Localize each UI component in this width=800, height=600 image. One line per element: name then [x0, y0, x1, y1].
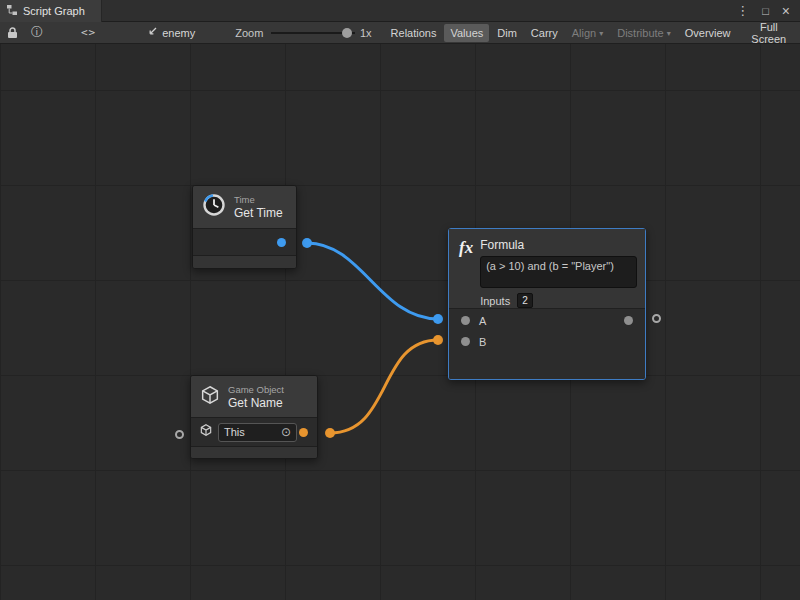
info-icon[interactable]: ⓘ [31, 24, 43, 41]
node-get-name[interactable]: Game Object Get Name This ⊙ [190, 375, 318, 459]
values-button[interactable]: Values [444, 24, 489, 42]
clock-icon [201, 192, 227, 222]
port-row-a: A [449, 310, 645, 331]
lock-icon[interactable] [7, 27, 18, 39]
input-port-b[interactable] [461, 337, 470, 346]
overview-button[interactable]: Overview [679, 24, 737, 42]
tab-title: Script Graph [23, 5, 85, 17]
inputs-count-input[interactable]: 2 [517, 293, 533, 308]
node-header: Time Get Time [193, 186, 296, 229]
wire-gettime-to-formula[interactable] [307, 243, 438, 319]
graph-canvas[interactable]: Time Get Time fx Formula (a > 10) and (b… [0, 44, 800, 600]
node-ports: This ⊙ [191, 418, 317, 447]
titlebar: Script Graph ⋮ □ × [0, 0, 800, 22]
wire-endpoint[interactable] [433, 335, 443, 345]
formula-output-port[interactable] [624, 316, 633, 325]
zoom-value: 1x [360, 27, 372, 39]
object-picker-icon[interactable]: ⊙ [281, 426, 291, 438]
graph-pointer-icon [146, 26, 158, 40]
node-formula[interactable]: fx Formula (a > 10) and (b = "Player") I… [448, 228, 646, 380]
gettime-output-port[interactable] [277, 238, 286, 247]
wire-endpoint[interactable] [325, 428, 335, 438]
node-footer [193, 256, 296, 268]
node-ports [193, 229, 296, 256]
fullscreen-button[interactable]: Full Screen [739, 18, 799, 48]
graph-name: enemy [162, 27, 195, 39]
script-graph-icon [6, 4, 18, 18]
input-port-a[interactable] [461, 316, 470, 325]
relations-button[interactable]: Relations [385, 24, 443, 42]
node-ports: A B [449, 308, 645, 379]
node-header: Game Object Get Name [191, 376, 317, 418]
carry-button[interactable]: Carry [525, 24, 564, 42]
graph-toolbar: ⓘ <> enemy Zoom 1x Relations Values Dim … [0, 22, 800, 44]
wires-layer [0, 44, 800, 600]
zoom-label: Zoom [235, 27, 263, 39]
zoom-slider-handle[interactable] [342, 28, 352, 38]
zoom-slider[interactable] [271, 22, 355, 44]
getname-target-input-port[interactable] [175, 430, 184, 439]
align-label: Align [572, 27, 596, 39]
node-title: Get Name [228, 396, 284, 410]
node-footer [191, 447, 317, 458]
code-icon[interactable]: <> [81, 26, 96, 39]
tab-script-graph[interactable]: Script Graph [0, 0, 102, 22]
formula-expression-input[interactable]: (a > 10) and (b = "Player") [480, 256, 637, 288]
port-a-label: A [479, 315, 486, 327]
graph-breadcrumb[interactable]: enemy [146, 26, 195, 40]
port-b-label: B [479, 336, 486, 348]
wire-endpoint[interactable] [433, 314, 443, 324]
dim-button[interactable]: Dim [491, 24, 523, 42]
inputs-label: Inputs [480, 295, 510, 307]
chevron-down-icon: ▾ [599, 29, 603, 38]
node-title: Formula [480, 238, 637, 252]
node-header: fx Formula (a > 10) and (b = "Player") I… [449, 229, 645, 308]
node-category: Game Object [228, 384, 284, 396]
wire-getname-to-formula[interactable] [330, 340, 438, 433]
align-dropdown[interactable]: Align ▾ [566, 24, 609, 42]
node-get-time[interactable]: Time Get Time [192, 185, 297, 269]
formula-fx-icon: fx [459, 239, 473, 308]
target-object-dropdown[interactable]: This ⊙ [218, 423, 297, 442]
node-category: Time [234, 194, 283, 206]
getname-output-port[interactable] [299, 428, 308, 437]
target-value: This [224, 426, 245, 438]
distribute-label: Distribute [617, 27, 663, 39]
formula-result-port[interactable] [652, 314, 661, 323]
distribute-dropdown[interactable]: Distribute ▾ [611, 24, 676, 42]
port-row-b: B [449, 331, 645, 352]
wire-endpoint[interactable] [302, 238, 312, 248]
node-title: Get Time [234, 206, 283, 220]
cube-icon [199, 384, 221, 410]
cube-icon [199, 423, 213, 441]
chevron-down-icon: ▾ [667, 29, 671, 38]
